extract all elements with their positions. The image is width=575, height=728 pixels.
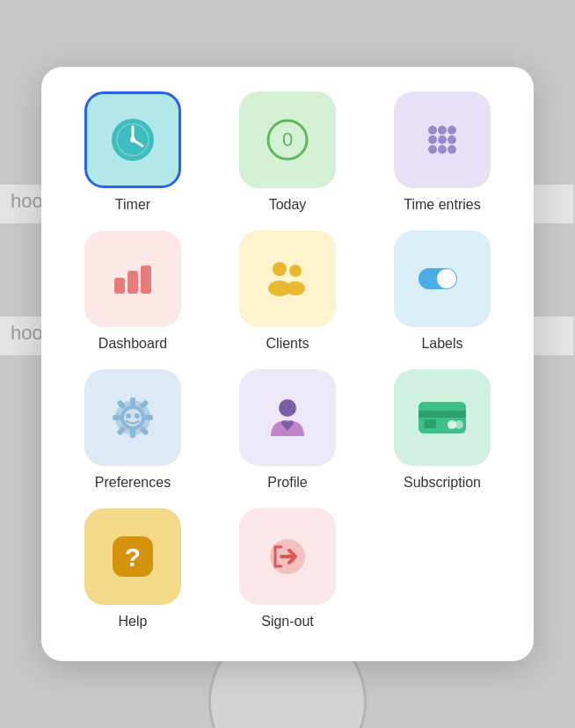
preferences-label: Preferences xyxy=(95,475,171,491)
labels-label: Labels xyxy=(421,336,462,352)
today-label: Today xyxy=(269,197,307,213)
today-icon-wrap: 0 xyxy=(239,91,336,188)
today-icon: 0 xyxy=(262,114,313,165)
svg-point-8 xyxy=(438,126,447,135)
sign-out-icon xyxy=(262,531,313,582)
svg-point-11 xyxy=(438,135,447,144)
svg-point-37 xyxy=(135,413,140,419)
svg-point-19 xyxy=(273,262,287,276)
labels-icon-wrap xyxy=(394,230,491,327)
svg-point-43 xyxy=(455,420,463,429)
menu-item-time-entries[interactable]: Time entries xyxy=(372,91,513,213)
svg-point-22 xyxy=(286,281,305,295)
timer-label: Timer xyxy=(115,197,150,213)
svg-point-14 xyxy=(438,145,447,154)
svg-rect-29 xyxy=(113,415,121,420)
profile-label: Profile xyxy=(267,475,307,491)
help-icon-wrap: ? xyxy=(84,508,181,605)
preferences-icon-wrap xyxy=(84,369,181,466)
clients-icon xyxy=(260,253,315,304)
menu-item-today[interactable]: 0 Today xyxy=(217,91,358,213)
svg-point-12 xyxy=(448,135,456,144)
sign-out-icon-wrap xyxy=(239,508,336,605)
svg-rect-30 xyxy=(144,415,153,420)
dashboard-icon xyxy=(107,253,158,304)
svg-point-10 xyxy=(428,135,437,144)
time-entries-icon xyxy=(417,114,468,165)
help-label: Help xyxy=(119,614,148,630)
svg-rect-17 xyxy=(127,271,138,294)
sign-out-label: Sign-out xyxy=(261,614,314,630)
timer-icon xyxy=(107,114,158,165)
svg-rect-40 xyxy=(419,411,466,418)
time-entries-label: Time entries xyxy=(404,197,480,213)
help-icon: ? xyxy=(107,531,158,582)
svg-rect-28 xyxy=(130,429,135,438)
svg-point-38 xyxy=(279,399,296,417)
dashboard-label: Dashboard xyxy=(98,336,167,352)
labels-icon xyxy=(415,261,469,296)
timer-icon-wrap xyxy=(84,91,181,188)
svg-point-21 xyxy=(289,265,302,277)
svg-point-36 xyxy=(126,413,131,419)
menu-item-timer[interactable]: Timer xyxy=(62,91,203,213)
menu-item-labels[interactable]: Labels xyxy=(372,230,513,352)
preferences-icon xyxy=(107,392,158,443)
svg-point-15 xyxy=(448,145,456,154)
profile-icon xyxy=(262,392,313,443)
svg-text:0: 0 xyxy=(282,128,293,150)
time-entries-icon-wrap xyxy=(394,91,491,188)
menu-item-subscription[interactable]: Subscription xyxy=(372,369,513,491)
svg-point-13 xyxy=(428,145,437,154)
subscription-label: Subscription xyxy=(404,475,481,491)
svg-text:?: ? xyxy=(125,542,141,571)
svg-rect-41 xyxy=(424,419,436,428)
subscription-icon xyxy=(415,398,469,437)
svg-rect-27 xyxy=(130,397,135,406)
menu-item-preferences[interactable]: Preferences xyxy=(62,369,203,491)
profile-icon-wrap xyxy=(239,369,336,466)
menu-item-help[interactable]: ? Help xyxy=(62,508,203,630)
svg-point-24 xyxy=(437,269,456,288)
svg-rect-18 xyxy=(141,266,151,294)
clients-icon-wrap xyxy=(239,230,336,327)
app-menu-modal: Timer 0 Today xyxy=(41,67,534,661)
menu-item-sign-out[interactable]: Sign-out xyxy=(217,508,358,630)
svg-point-4 xyxy=(130,137,135,142)
svg-rect-16 xyxy=(114,278,125,294)
svg-point-7 xyxy=(428,126,437,135)
dashboard-icon-wrap xyxy=(84,230,181,327)
clients-label: Clients xyxy=(266,336,309,352)
menu-grid: Timer 0 Today xyxy=(62,91,513,630)
menu-item-dashboard[interactable]: Dashboard xyxy=(62,230,203,352)
svg-point-9 xyxy=(448,126,456,135)
menu-item-clients[interactable]: Clients xyxy=(217,230,358,352)
subscription-icon-wrap xyxy=(394,369,491,466)
menu-item-profile[interactable]: Profile xyxy=(217,369,358,491)
